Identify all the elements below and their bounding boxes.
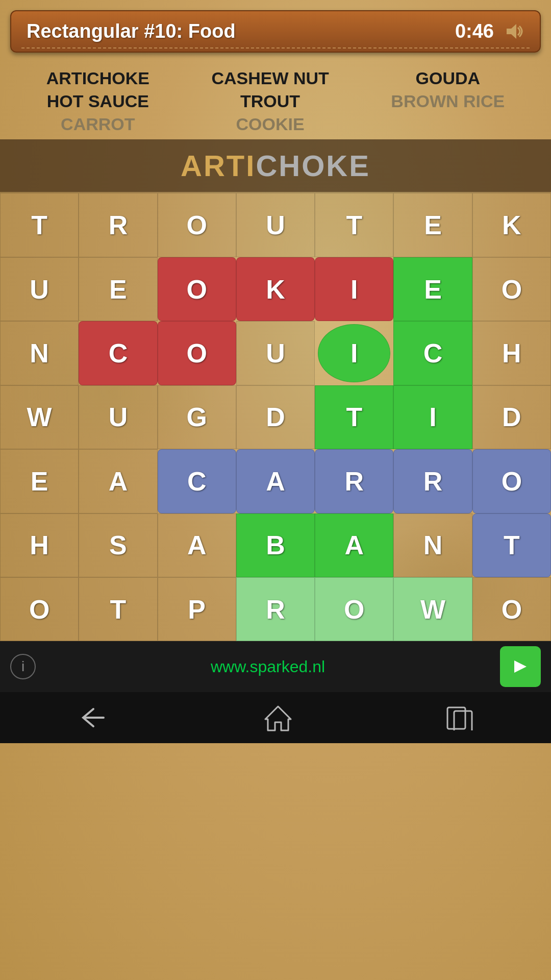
grid-cell[interactable]: T (0, 193, 79, 257)
grid-cell[interactable]: O (472, 257, 551, 321)
grid-cell[interactable]: S (79, 513, 157, 577)
grid-cell[interactable]: T (315, 193, 393, 257)
grid-cell[interactable]: R (79, 193, 157, 257)
grid-cell[interactable]: R (393, 449, 472, 513)
svg-marker-1 (514, 660, 527, 673)
grid-cell[interactable]: O (158, 193, 236, 257)
word-column-2: CASHEW NUT TROUT COOKIE (211, 68, 329, 134)
grid-cell[interactable]: U (79, 385, 157, 449)
word-brown-rice: BROWN RICE (391, 91, 505, 112)
grid-cell[interactable]: N (393, 513, 472, 577)
letter-grid[interactable]: TROUTEKUEOKIEONCOUICHWUGDTIDEACARROHSABA… (0, 192, 551, 641)
word-hot-sauce: HOT SAUCE (46, 91, 149, 112)
grid-cell[interactable]: O (158, 257, 236, 321)
word-cashew-nut: CASHEW NUT (211, 68, 329, 89)
word-list: ARTICHOKE HOT SAUCE CARROT CASHEW NUT TR… (0, 58, 551, 139)
grid-cell[interactable]: H (0, 513, 79, 577)
grid-cell[interactable]: R (315, 449, 393, 513)
grid-cell[interactable]: I (318, 324, 390, 382)
grid-cell[interactable]: T (315, 385, 393, 449)
grid-cell[interactable]: K (472, 193, 551, 257)
home-button[interactable] (263, 704, 293, 732)
nav-bar (0, 692, 551, 743)
grid-cell[interactable]: T (79, 577, 157, 641)
grid-cell[interactable]: O (315, 577, 393, 641)
grid-cell[interactable]: E (393, 193, 472, 257)
grid-cell[interactable]: D (236, 385, 315, 449)
grid-cell[interactable]: E (79, 257, 157, 321)
current-word-bar: ARTICHOKE (0, 139, 551, 192)
grid-cell[interactable]: A (236, 449, 315, 513)
grid-cell[interactable]: A (79, 449, 157, 513)
svg-marker-0 (507, 24, 516, 39)
header-right: 0:46 (455, 20, 524, 42)
info-icon[interactable]: i (10, 654, 36, 679)
current-word-display: ARTICHOKE (181, 149, 370, 182)
grid-cell[interactable]: A (315, 513, 393, 577)
back-button[interactable] (76, 705, 111, 730)
grid-cell[interactable]: O (158, 321, 236, 385)
grid-cell[interactable]: U (236, 321, 315, 385)
word-column-1: ARTICHOKE HOT SAUCE CARROT (46, 68, 149, 134)
svg-rect-4 (454, 711, 472, 730)
arrow-button[interactable] (500, 646, 541, 687)
ad-bar: i www.sparked.nl (0, 641, 551, 692)
grid-cell[interactable]: A (158, 513, 236, 577)
word-column-3: GOUDA BROWN RICE (391, 68, 505, 134)
grid-cell[interactable]: P (158, 577, 236, 641)
grid-cell[interactable]: E (393, 257, 472, 321)
sound-icon[interactable] (504, 22, 524, 40)
word-found-part: ARTI (181, 149, 256, 182)
grid-cell[interactable]: U (236, 193, 315, 257)
header-bar: Rectangular #10: Food 0:46 (10, 10, 541, 53)
grid-cell[interactable]: W (0, 385, 79, 449)
timer-display: 0:46 (455, 20, 494, 42)
grid-cell[interactable]: G (158, 385, 236, 449)
word-pending-part: CHOKE (256, 149, 370, 182)
svg-marker-2 (265, 706, 291, 730)
grid-cell[interactable]: N (0, 321, 79, 385)
grid-cell[interactable]: D (472, 385, 551, 449)
word-gouda: GOUDA (391, 68, 505, 89)
grid-cell[interactable]: B (236, 513, 315, 577)
grid-cell[interactable]: R (236, 577, 315, 641)
grid-cell[interactable]: K (236, 257, 315, 321)
grid-cell[interactable]: I (393, 385, 472, 449)
grid-cell[interactable]: C (158, 449, 236, 513)
grid-cell[interactable]: H (472, 321, 551, 385)
grid-cell[interactable]: T (472, 513, 551, 577)
word-carrot: CARROT (46, 114, 149, 135)
grid-cell[interactable]: W (393, 577, 472, 641)
grid-cell[interactable]: U (0, 257, 79, 321)
word-trout: TROUT (211, 91, 329, 112)
grid-cell[interactable]: O (472, 449, 551, 513)
word-artichoke: ARTICHOKE (46, 68, 149, 89)
word-cookie: COOKIE (211, 114, 329, 135)
ad-url[interactable]: www.sparked.nl (211, 657, 325, 676)
grid-cell[interactable]: C (393, 321, 472, 385)
grid-cell[interactable]: O (472, 577, 551, 641)
recent-button[interactable] (445, 705, 475, 730)
grid-cell[interactable]: O (0, 577, 79, 641)
puzzle-title: Rectangular #10: Food (27, 20, 236, 42)
grid-cell[interactable]: I (315, 257, 393, 321)
grid-cell[interactable]: C (79, 321, 157, 385)
grid-cell[interactable]: E (0, 449, 79, 513)
grid-wrapper: TROUTEKUEOKIEONCOUICHWUGDTIDEACARROHSABA… (0, 192, 551, 641)
